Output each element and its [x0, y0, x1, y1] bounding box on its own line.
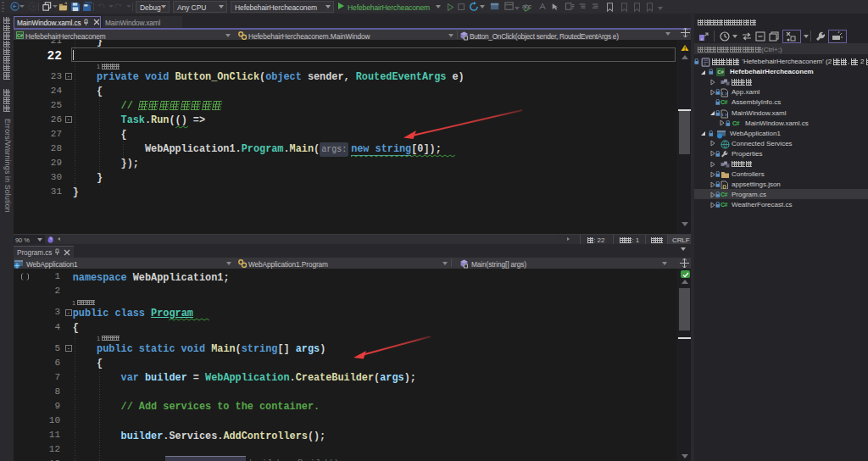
svg-text:!: !	[684, 46, 686, 52]
svg-text:{}: {}	[722, 184, 726, 189]
